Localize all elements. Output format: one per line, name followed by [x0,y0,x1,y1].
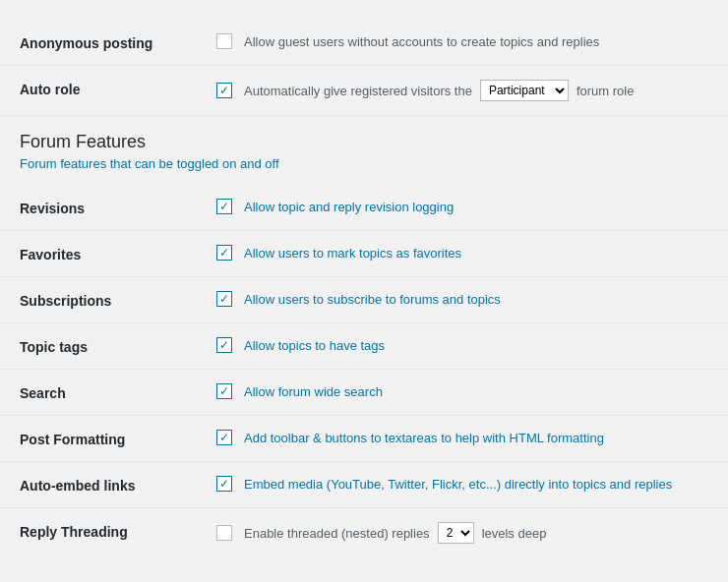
revisions-row: Revisions ✓ Allow topic and reply revisi… [0,185,728,231]
revisions-label: Revisions [20,199,216,216]
anonymous-posting-desc: Allow guest users without accounts to cr… [244,34,599,49]
favorites-desc: Allow users to mark topics as favorites [244,246,461,261]
favorites-row: Favorites ✓ Allow users to mark topics a… [0,231,728,277]
favorites-value: ✓ Allow users to mark topics as favorite… [216,245,708,261]
reply-threading-desc-suffix: levels deep [482,526,547,541]
subscriptions-row: Subscriptions ✓ Allow users to subscribe… [0,277,728,323]
auto-embed-checkbox[interactable]: ✓ [216,476,232,492]
auto-embed-row: Auto-embed links ✓ Embed media (YouTube,… [0,462,728,508]
revisions-value: ✓ Allow topic and reply revision logging [216,199,708,214]
auto-role-value: ✓ Automatically give registered visitors… [216,80,708,101]
forum-features-subtitle: Forum features that can be toggled on an… [20,156,708,171]
post-formatting-checkbox[interactable]: ✓ [216,430,232,445]
search-checkbox[interactable]: ✓ [216,383,232,399]
post-formatting-row: Post Formatting ✓ Add toolbar & buttons … [0,416,728,462]
settings-container: Anonymous posting Allow guest users with… [0,20,728,557]
anonymous-posting-value: Allow guest users without accounts to cr… [216,33,708,49]
subscriptions-value: ✓ Allow users to subscribe to forums and… [216,291,708,307]
favorites-label: Favorites [20,245,216,262]
favorites-checkbox[interactable]: ✓ [216,245,232,261]
topic-tags-row: Topic tags ✓ Allow topics to have tags [0,323,728,370]
checkmark-icon: ✓ [219,431,229,444]
revisions-checkbox[interactable]: ✓ [216,199,232,214]
auto-role-desc-suffix: forum role [576,84,635,98]
forum-features-header: Forum Features Forum features that can b… [0,116,728,185]
search-label: Search [20,383,216,401]
auto-role-row: Auto role ✓ Automatically give registere… [0,66,728,116]
checkmark-icon: ✓ [219,477,229,491]
checkmark-icon: ✓ [219,246,229,260]
search-value: ✓ Allow forum wide search [216,383,708,399]
auto-role-checkbox[interactable]: ✓ [216,83,232,98]
topic-tags-desc: Allow topics to have tags [244,338,385,353]
search-desc: Allow forum wide search [244,384,383,399]
auto-role-label: Auto role [20,80,216,97]
checkmark-icon: ✓ [219,292,229,306]
post-formatting-value: ✓ Add toolbar & buttons to textareas to … [216,430,708,445]
anonymous-posting-row: Anonymous posting Allow guest users with… [0,20,728,66]
auto-role-select[interactable]: Participant Subscriber Contributor Autho… [480,80,569,101]
topic-tags-checkbox[interactable]: ✓ [216,337,232,353]
auto-embed-label: Auto-embed links [20,476,216,494]
auto-embed-value: ✓ Embed media (YouTube, Twitter, Flickr,… [216,476,708,492]
reply-threading-label: Reply Threading [20,522,216,540]
checkmark-icon: ✓ [219,84,229,97]
topic-tags-value: ✓ Allow topics to have tags [216,337,708,353]
post-formatting-desc: Add toolbar & buttons to textareas to he… [244,431,604,445]
checkmark-icon: ✓ [219,338,229,352]
anonymous-posting-label: Anonymous posting [20,33,216,51]
auto-embed-desc: Embed media (YouTube, Twitter, Flickr, e… [244,477,672,492]
subscriptions-label: Subscriptions [20,291,216,309]
auto-role-desc-prefix: Automatically give registered visitors t… [244,84,472,98]
reply-threading-checkbox[interactable] [216,525,232,541]
subscriptions-desc: Allow users to subscribe to forums and t… [244,292,501,307]
revisions-desc: Allow topic and reply revision logging [244,200,454,214]
subscriptions-checkbox[interactable]: ✓ [216,291,232,307]
reply-threading-value: Enable threaded (nested) replies 2 3 4 5… [216,522,708,544]
checkmark-icon: ✓ [219,200,229,213]
reply-threading-desc-prefix: Enable threaded (nested) replies [244,526,430,541]
anonymous-posting-checkbox[interactable] [216,33,232,49]
topic-tags-label: Topic tags [20,337,216,355]
forum-features-title: Forum Features [20,132,708,152]
post-formatting-label: Post Formatting [20,430,216,447]
reply-threading-row: Reply Threading Enable threaded (nested)… [0,508,728,557]
search-row: Search ✓ Allow forum wide search [0,370,728,416]
checkmark-icon: ✓ [219,384,229,398]
reply-threading-select[interactable]: 2 3 4 5 6 7 8 [438,522,474,544]
